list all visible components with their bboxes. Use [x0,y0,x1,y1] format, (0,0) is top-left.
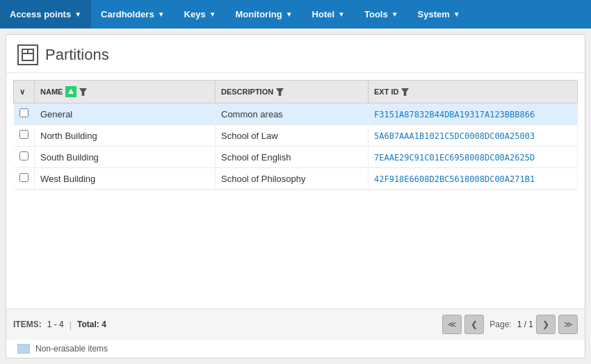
th-description[interactable]: DESCRIPTION [216,81,369,104]
row-description: School of Philosophy [216,168,369,190]
table-header-row: ∨ NAME [14,81,578,104]
nav-tools-chevron: ▼ [391,10,398,18]
last-page-button[interactable]: ≫ [558,315,578,334]
ext-id-value: 5A6B7AAA1B1021C5DC0008DC00A25003 [374,131,535,141]
nav-tools[interactable]: Tools ▼ [355,0,408,28]
svg-marker-5 [276,88,284,96]
nav-system[interactable]: System ▼ [408,0,470,28]
th-extid-label: EXT ID [374,88,398,96]
row-extid: 7EAAE29C91C01EC6958008DC00A2625D [369,147,578,168]
row-checkbox-cell [14,147,35,168]
nav-cardholders-label: Cardholders [101,9,154,19]
table-row: South BuildingSchool of English7EAAE29C9… [14,147,578,168]
legend-area: Non-erasable items [6,340,585,358]
table-body: GeneralCommon areasF3151A87832B44DBA1931… [14,104,578,190]
nav-access-points[interactable]: Access points ▼ [0,0,91,28]
nav-monitoring-chevron: ▼ [286,10,293,18]
nav-keys[interactable]: Keys ▼ [175,0,226,28]
nav-hotel-label: Hotel [312,9,335,19]
th-name-label: NAME [40,88,63,96]
row-description: Common areas [216,104,369,125]
th-name[interactable]: NAME [35,81,216,104]
row-name: West Building [35,168,216,190]
svg-marker-6 [401,88,409,96]
row-extid: 42F918E6608D2BC5618008DC00A271B1 [369,168,578,190]
legend-label: Non-erasable items [35,344,108,354]
svg-marker-4 [79,88,87,96]
ext-id-value: 7EAAE29C91C01EC6958008DC00A2625D [374,153,535,163]
items-total: Total: 4 [77,320,106,329]
nav-system-label: System [418,9,450,19]
row-extid: F3151A87832B44DBA19317A123BBB866 [369,104,578,125]
partitions-icon [17,44,38,65]
nav-cardholders[interactable]: Cardholders ▼ [91,0,174,28]
th-extid[interactable]: EXT ID [369,81,578,104]
row-checkbox-cell [14,168,35,190]
nav-access-points-chevron: ▼ [74,10,81,18]
svg-marker-3 [68,89,74,94]
ext-id-value: F3151A87832B44DBA19317A123BBB866 [374,110,535,119]
row-checkbox[interactable] [19,108,29,117]
row-checkbox[interactable] [19,130,29,139]
page-header: Partitions [6,35,585,73]
th-desc-label: DESCRIPTION [221,88,273,96]
table-area: ∨ NAME [6,73,585,308]
next-page-button[interactable]: ❯ [536,315,556,334]
filter-name-button[interactable] [79,88,87,96]
row-name: South Building [35,147,216,168]
filter-extid-button[interactable] [401,88,409,96]
nav-monitoring[interactable]: Monitoring ▼ [226,0,302,28]
items-separator: | [70,320,72,330]
main-content: Partitions ∨ NAME [6,34,585,358]
collapse-icon: ∨ [19,88,25,97]
row-checkbox-cell [14,104,35,125]
items-range: 1 - 4 [47,320,64,329]
legend-color-box [17,344,30,354]
row-name: North Building [35,125,216,147]
nav-system-chevron: ▼ [453,10,460,18]
nav-cardholders-chevron: ▼ [158,10,165,18]
row-checkbox[interactable] [19,173,29,182]
row-description: School of Law [216,125,369,147]
items-label: ITEMS: [13,320,42,329]
row-checkbox-cell [14,125,35,147]
nav-monitoring-label: Monitoring [236,9,282,19]
nav-hotel-chevron: ▼ [338,10,345,18]
sort-name-button[interactable] [65,86,76,97]
first-page-button[interactable]: ≪ [442,315,462,334]
table-row: North BuildingSchool of Law5A6B7AAA1B102… [14,125,578,147]
table-row: West BuildingSchool of Philosophy42F918E… [14,168,578,190]
nav-keys-chevron: ▼ [209,10,216,18]
row-extid: 5A6B7AAA1B1021C5DC0008DC00A25003 [369,125,578,147]
table-footer: ITEMS: 1 - 4 | Total: 4 ≪ ❮ Page: 1 / 1 … [6,308,585,340]
page-label: Page: [489,320,511,329]
nav-hotel[interactable]: Hotel ▼ [302,0,355,28]
nav-tools-label: Tools [364,9,388,19]
table-row: GeneralCommon areasF3151A87832B44DBA1931… [14,104,578,125]
pagination: ≪ ❮ Page: 1 / 1 ❯ ≫ [442,315,578,334]
nav-access-points-label: Access points [10,9,71,19]
page-title: Partitions [45,46,109,64]
th-checkbox: ∨ [14,81,35,104]
page-info: 1 / 1 [517,320,533,329]
ext-id-value: 42F918E6608D2BC5618008DC00A271B1 [374,174,535,184]
row-description: School of English [216,147,369,168]
partitions-table: ∨ NAME [13,80,578,190]
nav-keys-label: Keys [184,9,206,19]
filter-desc-button[interactable] [276,88,284,96]
row-name: General [35,104,216,125]
row-checkbox[interactable] [19,151,29,160]
navbar: Access points ▼ Cardholders ▼ Keys ▼ Mon… [0,0,591,28]
prev-page-button[interactable]: ❮ [464,315,484,334]
